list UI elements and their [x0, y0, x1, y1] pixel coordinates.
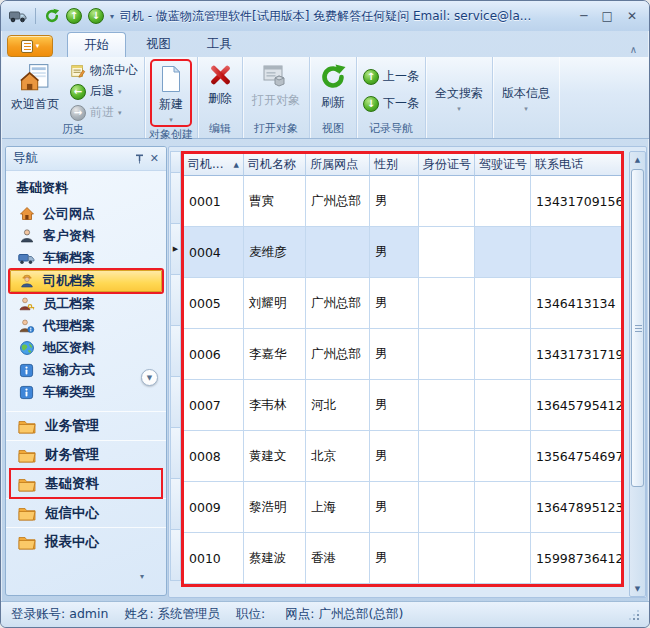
sidebar-item[interactable]: 车辆档案: [6, 247, 166, 269]
back-icon: ←: [70, 84, 86, 100]
info-icon: [18, 384, 35, 400]
next-record-button[interactable]: ↓ 下一条: [360, 94, 422, 113]
sidebar-folder-list: 业务管理财务管理基础资料短信中心报表中心: [6, 411, 166, 556]
driver-icon: [18, 273, 35, 289]
table-cell: 北京: [306, 431, 370, 482]
welcome-home-button[interactable]: 欢迎首页: [5, 59, 65, 114]
sidebar-folder-item[interactable]: 基础资料: [10, 469, 162, 498]
row-indicator[interactable]: [170, 173, 181, 224]
back-button[interactable]: ← 后退 ▾: [67, 82, 141, 101]
table-row[interactable]: 0009黎浩明上海男13647895123: [184, 482, 621, 533]
sidebar-item[interactable]: 公司网点: [6, 203, 166, 225]
row-indicator[interactable]: [170, 275, 181, 326]
sidebar-section-title: 基础资料: [6, 171, 166, 203]
table-cell: [419, 278, 475, 329]
qat-refresh-button[interactable]: [44, 8, 60, 24]
row-indicator[interactable]: [170, 326, 181, 377]
vertical-scrollbar[interactable]: ▲ ▼: [629, 151, 646, 597]
table-cell: 曹寅: [244, 176, 306, 227]
new-button[interactable]: 新建 ▾: [152, 61, 190, 125]
fulltext-search-button[interactable]: 全文搜索 ▾: [429, 67, 489, 114]
pin-icon[interactable]: [135, 154, 144, 164]
table-cell: 13431709156: [531, 176, 621, 227]
row-indicator[interactable]: [170, 479, 181, 530]
scroll-down-button[interactable]: ▼: [630, 581, 645, 596]
scroll-up-button[interactable]: ▲: [630, 152, 645, 167]
table-cell: 0010: [184, 533, 244, 584]
previous-record-button[interactable]: ↑ 上一条: [360, 67, 422, 86]
welcome-home-label: 欢迎首页: [11, 96, 59, 113]
row-indicator[interactable]: ▶: [170, 224, 181, 275]
table-cell: 李韦林: [244, 380, 306, 431]
row-indicator[interactable]: [170, 377, 181, 428]
ribbon-collapse-button[interactable]: ∧: [624, 42, 643, 57]
ribbon-group-version: 版本信息 ▾: [493, 57, 559, 138]
column-header-label: 联系电话: [535, 156, 583, 173]
table-row[interactable]: 0004麦维彦男: [184, 227, 621, 278]
table-cell: [306, 227, 370, 278]
sidebar-item[interactable]: 客户资料: [6, 225, 166, 247]
sidebar-scroll-down-button[interactable]: ▼: [141, 369, 158, 386]
sidebar-item[interactable]: 员工档案: [6, 293, 166, 315]
qat-down-button[interactable]: ↓: [88, 8, 104, 24]
sidebar-folder-item[interactable]: 短信中心: [6, 498, 166, 527]
tab-item[interactable]: 工具: [191, 32, 248, 57]
column-header[interactable]: 司机名称: [244, 154, 306, 176]
column-header[interactable]: 所属网点: [306, 154, 370, 176]
app-menu-button[interactable]: ▾: [7, 35, 53, 57]
open-object-button[interactable]: 打开对象: [246, 59, 306, 110]
version-info-button[interactable]: 版本信息 ▾: [496, 67, 556, 114]
tab-active[interactable]: 开始: [67, 32, 126, 57]
resize-grip[interactable]: [629, 610, 639, 620]
qat-dropdown-icon[interactable]: ▾: [110, 12, 114, 21]
chevron-down-icon: ▾: [118, 88, 122, 96]
sidebar-item[interactable]: 司机档案: [10, 270, 162, 292]
delete-button[interactable]: 删除: [201, 59, 239, 108]
column-header-label: 司机名称: [248, 156, 296, 173]
sidebar-item[interactable]: 车辆类型: [6, 381, 166, 403]
table-row[interactable]: 0006李嘉华广州总部男13431731719: [184, 329, 621, 380]
table-row[interactable]: 0008黄建文北京男13564754697: [184, 431, 621, 482]
table-cell: [419, 329, 475, 380]
sidebar-folder-item[interactable]: 业务管理: [6, 411, 166, 440]
maximize-button[interactable]: □: [602, 10, 613, 22]
scrollbar-thumb[interactable]: [631, 169, 644, 487]
table-cell: 男: [370, 227, 419, 278]
table-row[interactable]: 0001曹寅广州总部男13431709156: [184, 176, 621, 227]
column-header[interactable]: 驾驶证号: [475, 154, 531, 176]
column-header[interactable]: 联系电话: [531, 154, 621, 176]
sidebar-folder-item[interactable]: 报表中心: [6, 527, 166, 556]
new-document-icon: [158, 65, 184, 93]
table-cell: 0006: [184, 329, 244, 380]
row-indicator[interactable]: [170, 530, 181, 581]
row-indicator-strip: ▶: [170, 151, 181, 581]
minimize-button[interactable]: ─: [580, 10, 587, 22]
ribbon-group-label: 视图: [313, 121, 353, 138]
tab-item[interactable]: 视图: [130, 32, 187, 57]
sidebar-item[interactable]: 地区资料: [6, 337, 166, 359]
forward-button[interactable]: → 前进 ▾: [67, 103, 141, 122]
ribbon-group-object-create: 新建 ▾ 对象创建: [145, 57, 198, 138]
table-row[interactable]: 0007李韦林河北男13645795412: [184, 380, 621, 431]
column-header[interactable]: 身份证号: [419, 154, 475, 176]
column-header[interactable]: 性别: [370, 154, 419, 176]
table-cell: 男: [370, 482, 419, 533]
row-indicator[interactable]: [170, 428, 181, 479]
refresh-icon: [319, 63, 347, 91]
scrollbar-grip: [635, 328, 642, 329]
close-button[interactable]: ✕: [627, 10, 637, 22]
sidebar-item-label: 地区资料: [43, 339, 95, 357]
sidebar-overflow-icon[interactable]: ▾: [140, 572, 144, 581]
column-header[interactable]: 司机...▲: [184, 154, 244, 176]
sidebar-item[interactable]: 代理档案: [6, 315, 166, 337]
sidebar-folder-item[interactable]: 财务管理: [6, 440, 166, 469]
refresh-button[interactable]: 刷新: [313, 59, 353, 112]
ribbon-group-view: 刷新 视图: [310, 57, 357, 138]
sidebar-item-label: 代理档案: [43, 317, 95, 335]
qat-up-button[interactable]: ↑: [66, 8, 82, 24]
table-row[interactable]: 0010蔡建波香港男15998736412: [184, 533, 621, 584]
chevron-down-icon: ▾: [524, 105, 528, 113]
close-panel-icon[interactable]: ✕: [150, 152, 159, 165]
table-row[interactable]: 0005刘耀明广州总部男1346413134: [184, 278, 621, 329]
logistics-center-button[interactable]: 物流中心: [67, 61, 141, 80]
